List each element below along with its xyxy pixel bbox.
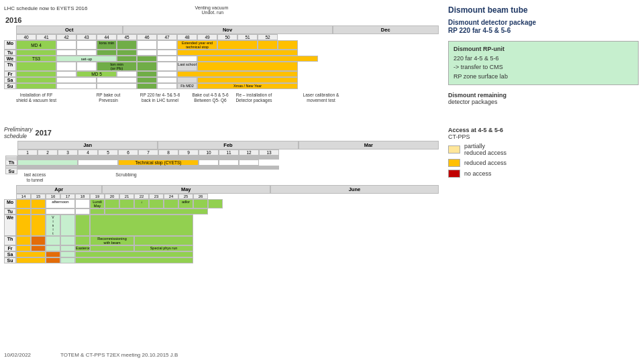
rp220-label: RP 220 far 4-5 & 5-6 [448, 27, 639, 34]
year-2016: 2016 [5, 16, 439, 24]
annotation-panel: Dismount beam tube Dismount detector pac… [443, 0, 644, 362]
dismount-remaining-label: Dismount remaining [448, 92, 639, 99]
detector-pkg-title: Dismount detector package [448, 19, 639, 26]
legend-noaccess-box [448, 170, 460, 178]
year-2017: 2017 [36, 129, 52, 137]
venting-label: Venting vacuum [195, 5, 229, 10]
cal-section-2017-q2: last accessto tunnel Scrubbing Apr May J… [4, 172, 439, 263]
legend-partial: partiallyreduced access [448, 143, 639, 156]
legend-noaccess: no access [448, 170, 639, 178]
detector-packages-label: detector packages [448, 99, 639, 105]
undot-label: Undot. run [202, 10, 229, 15]
footer-date: 10/02/2022 [4, 352, 31, 358]
legend-noaccess-label: no access [464, 170, 492, 177]
scrubbing-label: Scrubbing [115, 172, 137, 177]
ct-pps-label: CT-PPS [448, 133, 639, 140]
access-label: Access at 4-5 & 5-6 [448, 127, 639, 133]
cal-section-2017: Jan Feb Mar 1 2 3 4 5 6 7 8 9 10 11 12 1… [17, 141, 439, 170]
legend-partial-label: partiallyreduced access [464, 143, 506, 156]
legend-reduced-box [448, 159, 460, 167]
last-access-label: last accessto tunnel [24, 172, 46, 184]
legend-reduced: reduced access [448, 159, 639, 167]
rpunit-label: Dismount RP-unit [453, 45, 633, 54]
rpunit-zone: RP zone surface lab [453, 72, 633, 82]
schedule-panel: LHC schedule now to EYETS 2016 Venting v… [0, 0, 443, 362]
beam-tube-title: Dismount beam tube [448, 5, 639, 15]
lhc-title: LHC schedule now to EYETS 2016 [4, 5, 88, 11]
step-rp-bakeout: RP bake out Prevessin [90, 93, 127, 104]
rpunit-transfer: -> transfer to CMS [453, 63, 633, 72]
legend-partial-box [448, 145, 460, 154]
legend-reduced-label: reduced access [464, 160, 506, 166]
cal-section-2016: Oct Nov Dec 40 41 42 43 44 45 46 47 48 4… [4, 25, 439, 89]
step-laser-cal: Laser calibration & movement test [299, 93, 343, 104]
step-bakeout2: Bake out 4-5 & 5-6 Between Q5- Q6 [192, 93, 229, 104]
rpunit-block: Dismount RP-unit 220 far 4-5 & 5-6 -> tr… [448, 41, 639, 85]
footer-text: TOTEM & CT-PPS T2EX meeting 20.10.2015 J… [60, 352, 178, 358]
prelim-label: Preliminaryschedule [4, 126, 33, 139]
step-rf-installation: Installation of RF shield & vacuum test [16, 93, 56, 104]
rpunit-detail: 220 far 4-5 & 5-6 [453, 54, 633, 64]
step-reinstall: Re – installation of Detector packages [232, 93, 276, 104]
step-rp220-back: RP 220 far 4- 5& 5-6 back in LHC tunnel [138, 93, 182, 104]
